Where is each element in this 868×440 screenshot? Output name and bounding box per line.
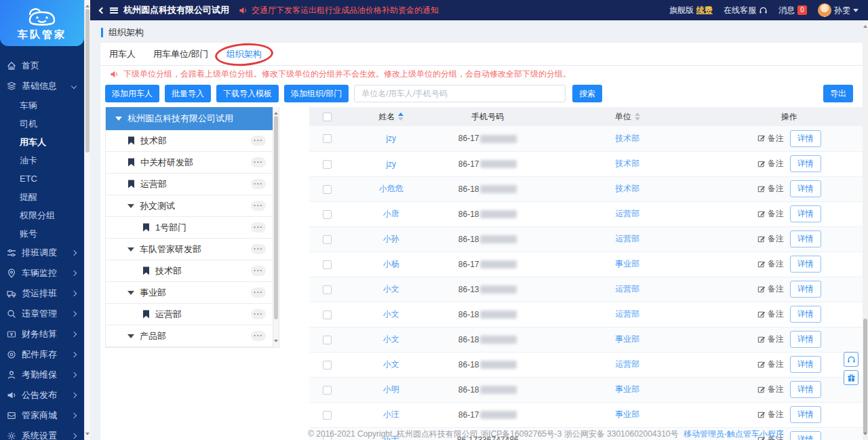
sidebar-module-item[interactable]: 考勤维保 [0,365,84,385]
scroll-down-arrow[interactable] [85,433,90,437]
node-more-button[interactable] [251,201,266,211]
sidebar-scrollbar[interactable] [84,0,90,440]
row-checkbox[interactable] [323,235,332,244]
user-name-link[interactable]: 小文 [383,284,399,294]
gift-button[interactable] [844,370,859,385]
unit-link[interactable]: 事业部 [615,334,639,344]
row-checkbox[interactable] [323,185,332,194]
search-input[interactable] [354,85,566,102]
remark-action[interactable]: 备注 [757,308,784,320]
tree-scrollbar-thumb[interactable] [274,116,278,319]
remark-action[interactable]: 备注 [757,233,784,245]
row-checkbox[interactable] [323,361,332,369]
row-checkbox[interactable] [323,260,332,269]
announcement[interactable]: 交通厅下发客运出租行业成品油价格补助资金的通知 [239,5,439,16]
tree-node[interactable]: 中关村研发部 [106,152,273,174]
sidebar-module-item[interactable]: 财务结算 [0,324,84,344]
sort-unit-icon[interactable] [635,110,640,123]
renew-link[interactable]: 续费 [696,5,713,16]
tree-node[interactable]: 1号部门 [106,217,273,239]
unit-link[interactable]: 技术部 [615,184,639,193]
tree-node[interactable]: 技术部 [106,130,273,152]
remark-action[interactable]: 备注 [757,409,784,420]
sidebar-module-item[interactable]: 违章管理 [0,304,84,324]
detail-button[interactable]: 详情 [790,180,821,197]
select-all-checkbox[interactable] [323,113,332,121]
remark-action[interactable]: 备注 [757,384,784,395]
tree-node[interactable]: 技术部 [106,260,273,282]
row-checkbox[interactable] [323,386,332,395]
menu-list-icon[interactable] [110,7,118,14]
unit-link[interactable]: 技术部 [615,134,639,143]
add-user-button[interactable]: 添加用车人 [105,85,159,102]
tree-node[interactable]: 孙文测试 [106,195,273,217]
back-icon[interactable] [99,7,106,14]
node-more-button[interactable] [251,266,266,276]
tree-node[interactable]: 产品部 [106,325,273,347]
user-name-link[interactable]: 小文 [383,309,399,319]
sidebar-module-item[interactable]: 配件库存 [0,344,84,365]
sidebar-subitem[interactable]: 权限分组 [0,206,84,224]
tree-scrollbar[interactable] [273,107,279,347]
sidebar-subitem[interactable]: 车辆 [0,96,84,115]
sidebar-subitem[interactable]: 油卡 [0,151,84,169]
user-name-link[interactable]: 小孙 [383,234,399,243]
user-name-link[interactable]: 小文 [383,334,399,344]
user-name-link[interactable]: 小明 [383,384,399,394]
remark-action[interactable]: 备注 [757,359,784,370]
sidebar-subitem[interactable]: 用车人 [0,133,84,151]
messages[interactable]: 消息 0 [778,5,807,16]
sidebar-subitem[interactable]: ETC [0,169,84,188]
sidebar-module-item[interactable]: 车辆监控 [0,263,84,283]
sidebar-module-item[interactable]: 排班调度 [0,243,84,263]
sidebar-module-item[interactable]: 公告发布 [0,385,84,405]
row-checkbox[interactable] [323,160,332,169]
page-scrollbar-thumb[interactable] [863,319,867,434]
tree-node[interactable]: 运营部 [106,174,273,195]
search-button[interactable]: 搜索 [572,85,602,102]
mini-program-link[interactable]: 移动管理员-触点管车小程序 [684,429,784,439]
org-tree-root[interactable]: 杭州圆点科技有限公司试用 [106,107,279,130]
row-checkbox[interactable] [323,285,332,294]
row-checkbox[interactable] [323,311,332,319]
tab[interactable]: 组织架构 [226,48,262,60]
node-more-button[interactable] [251,157,266,167]
sidebar-module-item[interactable]: 货运排班 [0,283,84,304]
detail-button[interactable]: 详情 [790,306,821,323]
tree-node[interactable]: 车队管家研发部 [106,239,273,260]
tree-node[interactable]: 事业部 [106,282,273,304]
scroll-up-arrow[interactable] [863,23,867,28]
user-name-link[interactable]: 小汪 [383,409,399,419]
unit-link[interactable]: 运营部 [615,234,639,243]
user-name-link[interactable]: 小唐 [383,209,399,218]
sidebar-module-item[interactable]: 系统设置 [0,426,84,440]
unit-link[interactable]: 事业部 [615,259,639,268]
tab[interactable]: 用车单位/部门 [153,48,209,60]
node-more-button[interactable] [251,136,266,146]
row-checkbox[interactable] [323,210,332,219]
unit-link[interactable]: 事业部 [615,409,639,419]
row-checkbox[interactable] [323,336,332,344]
sidebar-item-home[interactable]: 首页 [0,56,84,76]
scroll-up-arrow[interactable] [274,110,278,115]
node-more-button[interactable] [251,309,266,319]
row-checkbox[interactable] [323,411,332,420]
scroll-down-arrow[interactable] [863,433,867,437]
add-org-button[interactable]: 添加组织/部门 [284,85,349,102]
detail-button[interactable]: 详情 [790,205,821,222]
remark-action[interactable]: 备注 [757,183,784,195]
unit-link[interactable]: 运营部 [615,209,639,218]
remark-action[interactable]: 备注 [757,158,784,169]
user-name-link[interactable]: 小杨 [383,259,399,268]
batch-import-button[interactable]: 批量导入 [165,85,211,102]
scroll-up-arrow[interactable] [85,3,90,7]
sidebar-subitem[interactable]: 司机 [0,115,84,133]
detail-button[interactable]: 详情 [790,431,821,440]
sidebar-item-basic-info[interactable]: 基础信息 [0,76,84,96]
tab[interactable]: 用车人 [109,48,136,60]
download-template-button[interactable]: 下载导入模板 [216,85,279,102]
unit-link[interactable]: 运营部 [615,284,639,294]
customer-service-button[interactable] [844,352,859,367]
node-more-button[interactable] [251,244,266,254]
row-checkbox[interactable] [323,134,332,143]
